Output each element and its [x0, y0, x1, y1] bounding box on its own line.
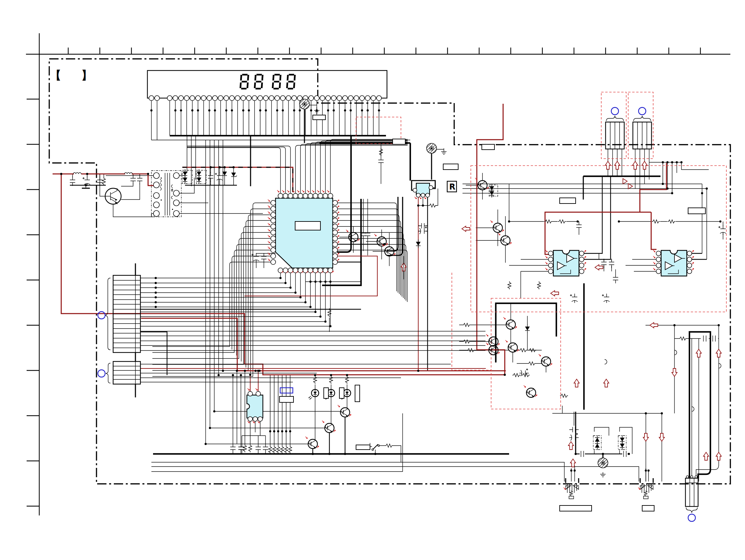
display-wires [151, 100, 386, 140]
wiring [70, 109, 723, 482]
power-transformer [152, 171, 181, 217]
blank-part-labels [280, 115, 705, 511]
amplifier-ics [545, 250, 694, 276]
main-ic [268, 190, 339, 273]
remote-sensor-letter: R [449, 182, 455, 191]
title-area: 【 】 [50, 69, 93, 82]
main-ic-label-box [295, 221, 320, 230]
title-bracket-right: 】 [81, 69, 93, 82]
seven-segment-digits [239, 74, 296, 90]
display-unit [148, 70, 387, 140]
remote-sensor: R [447, 181, 456, 192]
power-rails [53, 104, 667, 394]
sheet-rulers [26, 33, 731, 516]
title-bracket-left: 【 [50, 69, 61, 82]
small-ic [247, 388, 263, 423]
schematic-sheet: 【 】 R [0, 0, 745, 560]
regulator-ic [413, 183, 433, 199]
components [70, 99, 726, 499]
